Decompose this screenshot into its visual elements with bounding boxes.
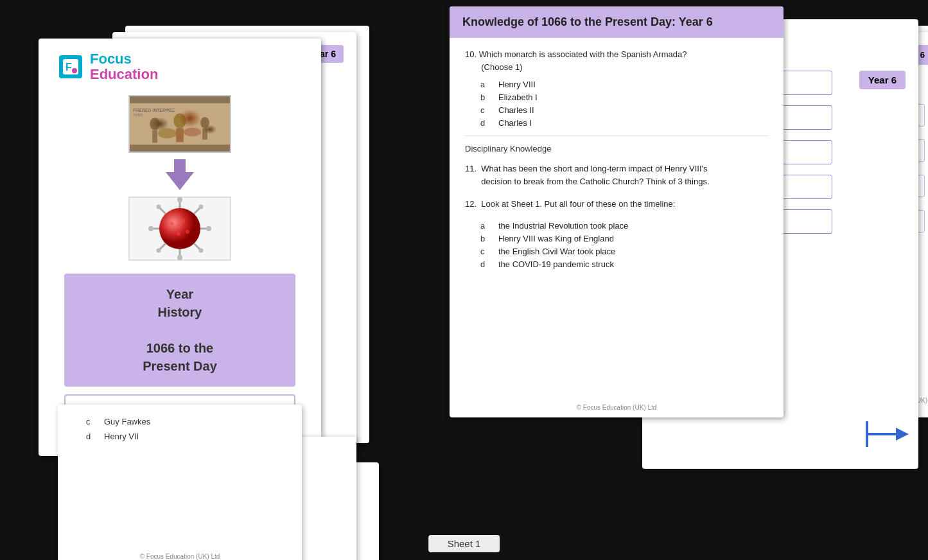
q10-text: 10. Which monarch is associated with the… (465, 49, 687, 72)
blue-arrow-area (861, 415, 912, 456)
bottom-page-1: c Guy Fawkes d Henry VII © Focus Educati… (58, 405, 302, 560)
svg-line-26 (159, 207, 166, 214)
option-12b: b Henry VIII was King of England (480, 234, 768, 243)
svg-point-33 (199, 249, 204, 253)
svg-point-17 (159, 208, 200, 249)
svg-point-21 (177, 255, 182, 260)
svg-point-19 (177, 197, 182, 202)
question-10: 10. Which monarch is associated with the… (465, 48, 768, 73)
title-text: Year History 1066 to the Present Day (77, 285, 283, 375)
svg-rect-12 (202, 128, 207, 140)
svg-point-36 (177, 232, 180, 236)
svg-point-29 (199, 205, 204, 209)
cover-page: F Focus Education (39, 39, 321, 456)
bottom-content-1: c Guy Fawkes d Henry VII (58, 405, 302, 453)
option-12d: d the COVID-19 pandemic struck (480, 259, 768, 269)
cover-image-area: PREREG INTERREC TUST (39, 89, 321, 267)
question-12: 12. Look at Sheet 1. Put all four of the… (465, 198, 768, 211)
logo-education: Education (90, 67, 158, 82)
option-10b: b Elizabeth I (480, 92, 768, 102)
svg-point-31 (157, 249, 161, 253)
svg-line-32 (194, 243, 200, 250)
svg-text:TUST: TUST (133, 114, 143, 118)
quiz-footer: © Focus Education (UK) Ltd (450, 404, 784, 411)
sheet1-label: Sheet 1 (428, 535, 500, 552)
svg-line-28 (194, 207, 200, 214)
option-c: c Guy Fawkes (86, 417, 289, 426)
option-10c: c Charles II (480, 105, 768, 115)
logo-focus: Focus (90, 51, 158, 67)
svg-rect-6 (130, 145, 230, 153)
question-11: 11. What has been the short and long-ter… (465, 162, 768, 188)
divider (465, 136, 768, 136)
svg-point-7 (150, 118, 160, 131)
focus-logo: F Focus Education (58, 51, 158, 82)
covid-image (128, 197, 231, 261)
svg-point-11 (200, 118, 209, 129)
page-footer: © Focus Education (UK) Ltd (58, 553, 302, 560)
svg-point-14 (184, 128, 201, 137)
svg-point-9 (173, 114, 186, 128)
logo-text: Focus Education (90, 51, 158, 82)
svg-point-34 (170, 222, 174, 225)
svg-marker-39 (896, 428, 909, 441)
blue-arrow-svg (861, 415, 912, 453)
logo-icon: F (58, 54, 83, 80)
svg-rect-5 (130, 96, 230, 104)
option-d: d Henry VII (86, 432, 289, 441)
svg-rect-8 (152, 130, 157, 143)
svg-point-13 (158, 128, 177, 139)
svg-rect-4 (130, 96, 230, 153)
option-10a: a Henry VIII (480, 80, 768, 89)
option-12c: c the English Civil War took place (480, 247, 768, 256)
svg-point-3 (72, 68, 77, 73)
svg-point-27 (157, 205, 161, 209)
svg-point-25 (206, 226, 211, 231)
svg-text:PREREG INTERREC: PREREG INTERREC (133, 108, 175, 112)
arrow-connector (166, 159, 194, 190)
quiz-body: 10. Which monarch is associated with the… (450, 38, 784, 283)
disciplinary-label: Disciplinary Knowledge (465, 144, 768, 153)
bayeux-tapestry-image: PREREG INTERREC TUST (128, 95, 231, 153)
svg-line-30 (159, 243, 166, 250)
svg-point-37 (186, 230, 189, 234)
svg-point-23 (148, 226, 153, 231)
svg-text:F: F (66, 62, 72, 73)
quiz-header: Knowledge of 1066 to the Present Day: Ye… (450, 6, 784, 38)
option-12a: a the Industrial Revolution took place (480, 221, 768, 231)
cover-header: F Focus Education (39, 39, 321, 89)
option-10d: d Charles I (480, 118, 768, 128)
year6-badge-timeline: Year 6 (859, 71, 906, 89)
title-box: Year History 1066 to the Present Day (64, 274, 295, 387)
main-quiz-page: Knowledge of 1066 to the Present Day: Ye… (450, 6, 784, 417)
svg-point-35 (181, 219, 185, 223)
svg-rect-10 (176, 128, 184, 142)
